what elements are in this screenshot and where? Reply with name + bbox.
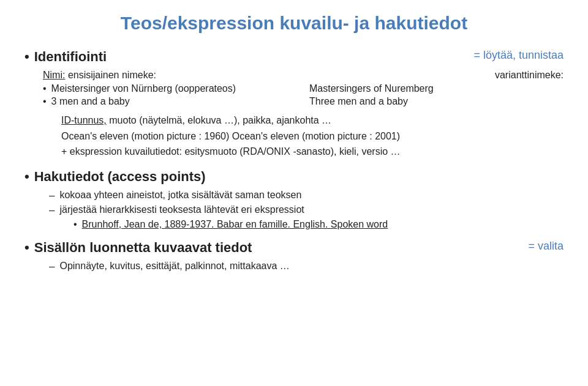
identifiointi-tag: = löytää, tunnistaa <box>473 49 564 62</box>
sisallon-dash1-text: Opinnäyte, kuvitus, esittäjät, palkinnot… <box>59 261 289 273</box>
hakutiedot-title: Hakutiedot (access points) <box>34 169 206 185</box>
nimi-left-text-1: Meistersinger von Nürnberg (oopperateos) <box>51 83 236 94</box>
id-label: ID-tunnus, <box>61 115 107 125</box>
id-line2-text: Ocean's eleven (motion picture : 1960) O… <box>61 131 400 141</box>
hakutiedot-dash-1: – kokoaa yhteen aineistot, jotka sisältä… <box>49 190 564 202</box>
sisallon-title: Sisällön luonnetta kuvaavat tiedot <box>34 240 252 256</box>
sub-bullet-sym: • <box>74 219 77 230</box>
sisallon-tag: = valita <box>528 240 564 253</box>
section-header-hakutiedot: • Hakutiedot (access points) <box>24 169 564 185</box>
hakutiedot-dash-2: – järjestää hierarkkisesti teoksesta läh… <box>49 204 564 217</box>
sisallon-section: • Sisällön luonnetta kuvaavat tiedot = v… <box>24 240 564 273</box>
nimi-left-item-2: • 3 men and a baby <box>43 96 297 107</box>
section-title-row-identifiointi: Identifiointi = löytää, tunnistaa <box>34 49 564 65</box>
dash-sym-1: – <box>49 190 55 202</box>
section-header-identifiointi: • Identifiointi = löytää, tunnistaa <box>24 49 564 65</box>
id-line3-text: + ekspression kuvailutiedot: esitysmuoto… <box>61 146 401 157</box>
bullet-dot-1: • <box>43 83 47 94</box>
id-line-3: + ekspression kuvailutiedot: esitysmuoto… <box>61 145 564 158</box>
section-header-sisallon: • Sisällön luonnetta kuvaavat tiedot = v… <box>24 240 564 256</box>
nimi-underline: Nimi: <box>43 70 65 80</box>
variantti-label: varianttinimeke: <box>495 70 564 81</box>
nimi-label: Nimi: ensisijainen nimeke: <box>43 70 156 81</box>
hakutiedot-sub-item: • Brunhoff, Jean de, 1889-1937. Babar en… <box>74 219 564 230</box>
id-line-1: ID-tunnus, muoto (näytelmä, elokuva …), … <box>61 114 564 127</box>
hakutiedot-dash2-text: järjestää hierarkkisesti teoksesta lähte… <box>59 204 304 217</box>
bullet-main-hakutiedot: • <box>24 169 29 185</box>
nimi-right-item-2: Three men and a baby <box>309 96 564 107</box>
identifiointi-title: Identifiointi <box>34 49 107 65</box>
identifiointi-section: • Identifiointi = löytää, tunnistaa Nimi… <box>24 49 564 159</box>
sisallon-dash-1: – Opinnäyte, kuvitus, esittäjät, palkinn… <box>49 261 564 273</box>
bullet-dot-2: • <box>43 96 47 107</box>
sisallon-dash-sym: – <box>49 261 55 273</box>
dash-sym-2: – <box>49 204 55 217</box>
nimi-left-text-2: 3 men and a baby <box>51 96 130 107</box>
nimi-ensisijainen: ensisijainen nimeke: <box>68 70 156 80</box>
sisallon-content: – Opinnäyte, kuvitus, esittäjät, palkinn… <box>43 261 564 273</box>
identifiointi-content: Nimi: ensisijainen nimeke: varianttinime… <box>43 70 564 158</box>
bullet-main-identifiointi: • <box>24 49 29 65</box>
hakutiedot-sub-text: Brunhoff, Jean de, 1889-1937. Babar en f… <box>82 219 388 230</box>
sisallon-title-bold: Sisällön luonnetta <box>34 240 150 255</box>
nimi-left-item-1: • Meistersinger von Nürnberg (oopperateo… <box>43 83 297 94</box>
nimi-row: Nimi: ensisijainen nimeke: varianttinime… <box>43 70 564 81</box>
nimi-items-right: Mastersingers of Nuremberg Three men and… <box>309 83 564 109</box>
section-title-row-sisallon: Sisällön luonnetta kuvaavat tiedot = val… <box>34 240 564 256</box>
nimi-right-item-1: Mastersingers of Nuremberg <box>309 83 564 94</box>
hakutiedot-dash1-text: kokoaa yhteen aineistot, jotka sisältävä… <box>59 190 301 202</box>
sisallon-title-rest: kuvaavat tiedot <box>150 240 252 255</box>
id-line1-rest: muoto (näytelmä, elokuva …), paikka, aja… <box>107 115 331 125</box>
nimi-items-columns: • Meistersinger von Nürnberg (oopperateo… <box>43 83 564 109</box>
page-title: Teos/ekspression kuvailu- ja hakutiedot <box>24 12 564 34</box>
nimi-right-text-1: Mastersingers of Nuremberg <box>309 83 434 94</box>
bullet-main-sisallon: • <box>24 240 29 256</box>
id-line-2: Ocean's eleven (motion picture : 1960) O… <box>61 130 564 143</box>
nimi-right-text-2: Three men and a baby <box>309 96 408 107</box>
nimi-items-left: • Meistersinger von Nürnberg (oopperateo… <box>43 83 297 109</box>
hakutiedot-content: – kokoaa yhteen aineistot, jotka sisältä… <box>43 190 564 230</box>
id-section: ID-tunnus, muoto (näytelmä, elokuva …), … <box>61 114 564 158</box>
hakutiedot-section: • Hakutiedot (access points) – kokoaa yh… <box>24 169 564 230</box>
